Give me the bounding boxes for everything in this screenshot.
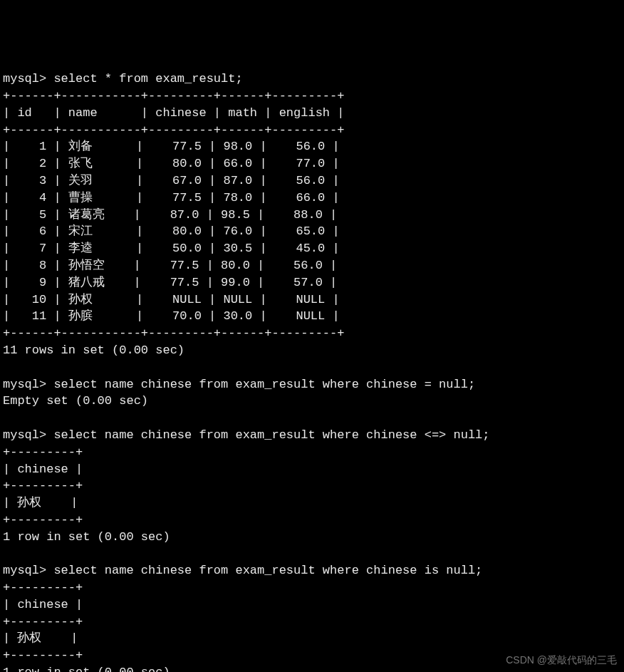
csdn-watermark: CSDN @爱敲代码的三毛 [506, 653, 617, 668]
mysql-terminal[interactable]: mysql> select * from exam_result; +-----… [3, 71, 621, 672]
